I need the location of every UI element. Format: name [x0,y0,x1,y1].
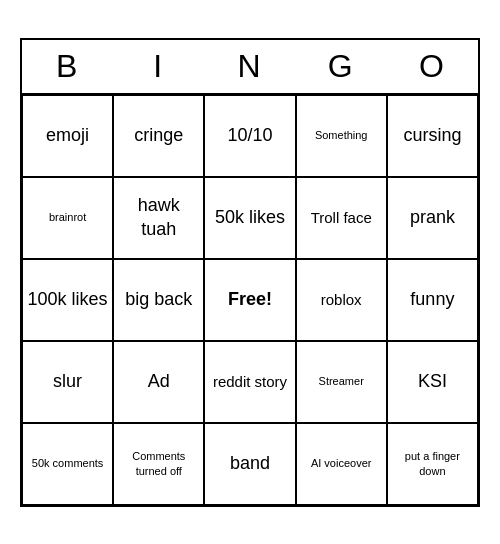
header-letter-N: N [204,40,295,93]
bingo-cell-r4-c0: 50k comments [22,423,113,505]
header-letter-O: O [387,40,478,93]
bingo-cell-r3-c4: KSI [387,341,478,423]
bingo-cell-r2-c2: Free! [204,259,295,341]
bingo-cell-r2-c0: 100k likes [22,259,113,341]
bingo-cell-r3-c1: Ad [113,341,204,423]
bingo-cell-r0-c4: cursing [387,95,478,177]
bingo-cell-r1-c4: prank [387,177,478,259]
bingo-cell-r0-c2: 10/10 [204,95,295,177]
bingo-cell-r1-c0: brainrot [22,177,113,259]
bingo-cell-r4-c2: band [204,423,295,505]
bingo-cell-r3-c3: Streamer [296,341,387,423]
bingo-cell-r1-c1: hawk tuah [113,177,204,259]
bingo-cell-r1-c2: 50k likes [204,177,295,259]
bingo-cell-r3-c0: slur [22,341,113,423]
bingo-cell-r0-c1: cringe [113,95,204,177]
bingo-cell-r1-c3: Troll face [296,177,387,259]
bingo-grid: emojicringe10/10Somethingcursingbrainrot… [22,95,478,505]
bingo-cell-r3-c2: reddit story [204,341,295,423]
header-letter-B: B [22,40,113,93]
bingo-board: BINGO emojicringe10/10Somethingcursingbr… [20,38,480,507]
header-letter-I: I [113,40,204,93]
bingo-cell-r4-c1: Comments turned off [113,423,204,505]
header-letter-G: G [296,40,387,93]
bingo-cell-r4-c3: AI voiceover [296,423,387,505]
bingo-cell-r4-c4: put a finger down [387,423,478,505]
bingo-cell-r2-c4: funny [387,259,478,341]
bingo-cell-r2-c3: roblox [296,259,387,341]
bingo-cell-r0-c0: emoji [22,95,113,177]
bingo-cell-r2-c1: big back [113,259,204,341]
bingo-header: BINGO [22,40,478,95]
bingo-cell-r0-c3: Something [296,95,387,177]
